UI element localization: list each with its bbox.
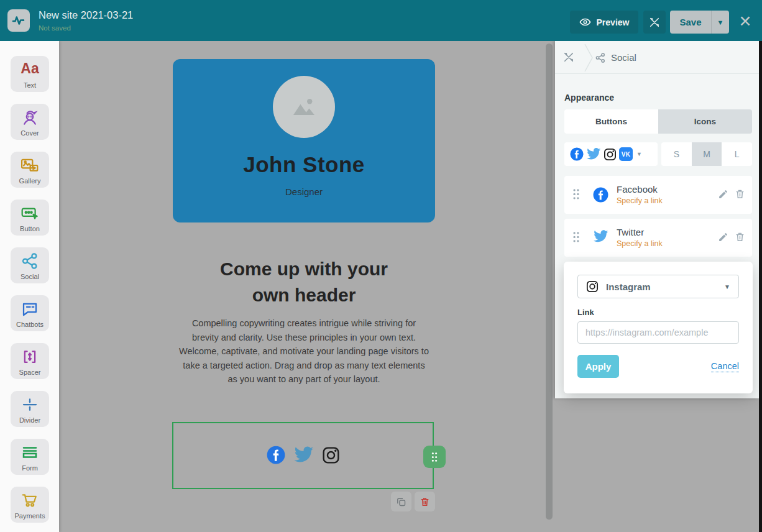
sidebar-item-divider[interactable]: Divider (11, 391, 49, 427)
sidebar-item-form[interactable]: Form (11, 439, 49, 475)
duplicate-block-button[interactable] (391, 492, 411, 511)
payments-cart-icon (21, 491, 39, 510)
specify-link[interactable]: Specify a link (617, 239, 663, 248)
cover-icon (21, 108, 39, 127)
design-tools-button[interactable] (643, 11, 666, 34)
sidebar-item-text[interactable]: Aa Text (11, 56, 49, 92)
sidebar-item-gallery[interactable]: Gallery (11, 152, 49, 188)
twitter-icon[interactable] (293, 446, 314, 464)
link-label: Link (577, 308, 739, 317)
save-button[interactable]: Save (670, 17, 711, 27)
drag-dots-icon (431, 452, 438, 462)
trash-icon[interactable] (735, 189, 745, 200)
save-status: Not saved (39, 24, 71, 32)
facebook-icon (593, 187, 608, 203)
size-option-s[interactable]: S (661, 142, 692, 166)
sidebar-item-label: Chatbots (16, 321, 44, 328)
edit-pencil-icon[interactable] (718, 189, 728, 200)
network-name: Twitter (617, 227, 644, 237)
selected-network: Instagram (606, 282, 717, 292)
text-block[interactable]: Compelling copywriting creates intrigue … (179, 316, 429, 387)
network-select[interactable]: Instagram ▼ (577, 275, 739, 298)
drag-dots-icon[interactable] (572, 231, 581, 243)
canvas-scrollbar[interactable] (546, 44, 553, 520)
instagram-icon[interactable] (322, 446, 340, 464)
app-logo[interactable] (7, 9, 30, 32)
network-row-facebook: Facebook Specify a link (564, 176, 752, 214)
sidebar-item-button[interactable]: Button (11, 200, 49, 236)
facebook-icon[interactable] (267, 446, 285, 464)
link-input[interactable] (577, 321, 739, 344)
chevron-down-icon: ▼ (724, 283, 730, 290)
crossed-tools-icon (562, 51, 575, 63)
pulse-icon (11, 13, 26, 28)
drag-dots-icon[interactable] (572, 188, 581, 200)
apply-button[interactable]: Apply (577, 355, 619, 378)
avatar-placeholder (273, 76, 335, 138)
chatbots-icon (21, 300, 39, 318)
social-share-icon (595, 52, 606, 63)
sidebar-item-cover[interactable]: Cover (11, 104, 49, 140)
appearance-heading: Appearance (564, 93, 614, 103)
sidebar-item-spacer[interactable]: Spacer (11, 343, 49, 379)
breadcrumb-widget-label: Social (611, 52, 636, 63)
tab-icons[interactable]: Icons (658, 109, 752, 134)
profile-role: Designer (173, 186, 435, 197)
profile-name: John Stone (173, 152, 435, 177)
specify-link[interactable]: Specify a link (617, 196, 663, 205)
cancel-link[interactable]: Cancel (711, 361, 739, 372)
sidebar-item-payments[interactable]: Payments (11, 487, 49, 523)
breadcrumb-tools-button[interactable] (562, 51, 575, 63)
sidebar-item-label: Spacer (19, 369, 41, 376)
button-icon (20, 204, 40, 222)
preview-label: Preview (597, 17, 630, 27)
instagram-icon (586, 280, 599, 293)
crossed-tools-icon (648, 16, 661, 29)
sidebar-item-chatbots[interactable]: Chatbots (11, 295, 49, 331)
heading-text: Come up with your own header (201, 256, 406, 308)
trash-icon[interactable] (735, 232, 745, 242)
social-share-icon (21, 252, 39, 270)
sidebar-item-label: Payments (15, 512, 45, 520)
network-editor-popover: Instagram ▼ Link Apply Cancel (564, 262, 753, 393)
social-settings: Social Appearance Buttons Icons VK ▼ S M… (555, 41, 759, 398)
size-option-m-selected[interactable]: M (692, 142, 722, 166)
panel-breadcrumb: Social (555, 41, 759, 74)
heading-block[interactable]: Come up with your own header (173, 256, 435, 308)
top-bar: New site 2021-03-21 Not saved Preview Sa… (0, 0, 762, 41)
delete-block-button[interactable] (415, 492, 435, 511)
sidebar-item-label: Social (21, 273, 39, 280)
preview-button[interactable]: Preview (570, 11, 638, 34)
spacer-icon (21, 347, 39, 366)
block-actions (391, 492, 435, 511)
duplicate-icon (396, 497, 406, 507)
save-split-button: Save ▼ (670, 11, 729, 34)
social-block-selected[interactable] (172, 422, 434, 489)
window-edge (759, 41, 762, 532)
social-icons-row (173, 446, 433, 464)
facebook-icon (570, 147, 584, 161)
instagram-icon (604, 148, 617, 161)
sidebar-item-label: Gallery (19, 177, 41, 185)
size-option-l[interactable]: L (722, 142, 752, 166)
edit-pencil-icon[interactable] (718, 232, 728, 242)
chevron-down-icon: ▼ (636, 151, 642, 157)
block-drag-handle[interactable] (423, 446, 446, 468)
twitter-icon (586, 148, 601, 160)
settings-panel: Social Appearance Buttons Icons VK ▼ S M… (555, 41, 762, 532)
cover-block[interactable]: John Stone Designer (173, 59, 435, 222)
sidebar-item-label: Form (22, 464, 38, 472)
networks-selector[interactable]: VK ▼ (564, 142, 658, 166)
sidebar-item-social[interactable]: Social (11, 247, 49, 283)
widgets-sidebar: Aa Text Cover Gallery Button (0, 41, 59, 532)
close-button[interactable]: ✕ (736, 12, 755, 30)
icon-size-control: S M L (661, 142, 752, 166)
eye-icon (579, 16, 591, 28)
tab-buttons[interactable]: Buttons (564, 109, 658, 134)
text-icon: Aa (21, 60, 39, 76)
save-dropdown-button[interactable]: ▼ (712, 19, 729, 26)
page-canvas: John Stone Designer Come up with your ow… (59, 41, 555, 532)
vk-icon: VK (619, 147, 633, 161)
form-icon (21, 443, 39, 462)
sidebar-item-label: Cover (21, 129, 39, 137)
